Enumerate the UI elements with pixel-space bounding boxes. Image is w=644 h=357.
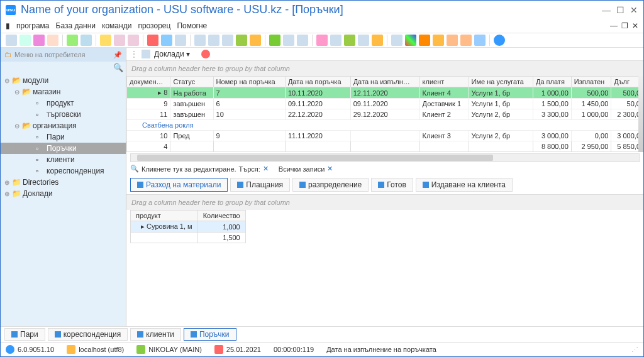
tree-node[interactable]: ⊖📂организация — [1, 120, 126, 131]
menu-item[interactable]: прозорец — [138, 21, 170, 30]
column-header[interactable]: Дата на поръчка — [285, 77, 350, 87]
detail-tab[interactable]: Плащания — [230, 178, 290, 192]
column-header[interactable]: Изплатен — [571, 77, 611, 87]
info-icon[interactable] — [494, 35, 505, 46]
tool-icon[interactable] — [114, 35, 125, 46]
tool-icon[interactable] — [47, 35, 58, 46]
detail-tab[interactable]: разпределение — [292, 178, 369, 192]
materials-grid[interactable]: продукт Количество ▸ Суровина 1, м 1,000… — [130, 210, 246, 243]
document-tab[interactable]: Поръчки — [184, 328, 236, 341]
tree-node[interactable]: ⊖📂магазин — [1, 86, 126, 97]
tool-icon[interactable] — [128, 35, 139, 46]
filter-all-records[interactable]: Всички записи — [279, 165, 325, 173]
pin-icon[interactable]: 📌 — [113, 51, 122, 59]
search-icon[interactable] — [80, 35, 92, 46]
document-tab[interactable]: клиенти — [130, 328, 181, 341]
horizontal-scrollbar[interactable] — [130, 153, 640, 162]
excel-icon[interactable] — [269, 35, 280, 46]
table-row[interactable]: 10Пред911.11.2020Клиент 3Услуги 2, бр3 0… — [127, 131, 643, 141]
tool-icon[interactable] — [283, 35, 294, 46]
tool-icon[interactable] — [297, 35, 308, 46]
report-icon[interactable] — [142, 50, 150, 58]
detail-tab[interactable]: Издаване на клиента — [416, 178, 513, 192]
user-icon[interactable] — [447, 35, 458, 46]
add-icon[interactable] — [236, 35, 247, 46]
mdi-minimize-button[interactable]: — — [610, 21, 618, 30]
tool-icon[interactable] — [6, 35, 17, 46]
filter-edit-hint[interactable]: Кликнете тук за редактиране. — [142, 165, 236, 173]
menu-item[interactable]: команди — [102, 21, 131, 30]
filter-search-label: Търся: — [239, 165, 260, 173]
tool-icon[interactable] — [194, 35, 206, 46]
detail-tab[interactable]: Разход на материали — [130, 178, 228, 192]
tool-icon[interactable] — [344, 35, 355, 46]
image-icon[interactable] — [161, 35, 172, 46]
resize-grip-icon[interactable]: ⋰ — [631, 346, 638, 354]
tree-node[interactable]: ▫кореспонденция — [1, 165, 126, 177]
trophy-icon[interactable] — [100, 35, 111, 46]
column-header[interactable]: докумен… — [127, 77, 170, 87]
tree-node[interactable]: ▫продукт — [1, 97, 126, 109]
document-tab[interactable]: Пари — [4, 328, 45, 341]
palette-icon[interactable] — [405, 35, 416, 46]
column-header[interactable]: Дата на изпълн… — [350, 77, 419, 87]
table-row[interactable]: 11завършен1022.12.202029.12.2020Клиент 2… — [127, 109, 643, 120]
column-header[interactable]: Дълг — [611, 77, 643, 87]
tree-node[interactable]: ⊖📂модули — [1, 75, 126, 86]
search-icon[interactable]: 🔍 — [113, 63, 123, 72]
note-icon[interactable] — [250, 35, 261, 46]
clear-filter-icon[interactable]: ✕ — [327, 165, 333, 173]
gear-icon[interactable] — [391, 35, 402, 46]
col-quantity[interactable]: Количество — [197, 211, 245, 221]
tool-icon[interactable] — [175, 35, 186, 46]
minimize-button[interactable]: — — [602, 6, 611, 14]
maximize-button[interactable]: ☐ — [616, 6, 625, 14]
tree-node[interactable]: ▫Пари — [1, 131, 126, 143]
lock-icon[interactable] — [433, 35, 444, 46]
clear-search-icon[interactable]: ✕ — [263, 165, 269, 173]
tree-node[interactable]: ⊕📁Доклади — [1, 188, 126, 199]
tool-icon[interactable] — [208, 35, 219, 46]
users-icon[interactable] — [460, 35, 472, 46]
status-user: NIKOLAY (MAIN) — [148, 346, 202, 353]
reports-dropdown[interactable]: Доклади ▾ — [154, 50, 190, 58]
tree-node[interactable]: ▫търговски — [1, 109, 126, 120]
document-tab[interactable]: кореспонденция — [48, 328, 128, 341]
tool-icon[interactable] — [222, 35, 233, 46]
orders-grid[interactable]: докумен…СтатусНомер на поръчкаДата на по… — [126, 76, 643, 152]
column-header[interactable]: Номер на поръчка — [213, 77, 285, 87]
menu-item[interactable]: Помогне — [177, 21, 207, 30]
group-row[interactable]: Сватбена рокля — [127, 120, 643, 131]
column-header[interactable]: Статус — [170, 77, 213, 87]
detail-tab[interactable]: Готов — [371, 178, 413, 192]
column-header[interactable]: Име на услугата — [469, 77, 533, 87]
mdi-close-button[interactable]: ✕ — [632, 21, 638, 30]
wand-icon[interactable] — [474, 35, 486, 46]
subgrid-group-by-bar[interactable]: Drag a column header here to group by th… — [126, 195, 643, 210]
tree-node[interactable]: ▫клиенти — [1, 154, 126, 165]
stop-icon[interactable] — [201, 50, 210, 58]
star-icon[interactable] — [316, 35, 328, 46]
column-header[interactable]: клиент — [419, 77, 469, 87]
feed-icon[interactable] — [419, 35, 430, 46]
close-button[interactable]: ✕ — [630, 6, 638, 14]
refresh-icon[interactable] — [67, 35, 78, 46]
tool-icon[interactable] — [330, 35, 341, 46]
flag-icon[interactable] — [147, 35, 158, 46]
tree-node[interactable]: ⊕📁Directories — [1, 177, 126, 188]
table-row[interactable]: 9завършен609.11.202009.11.2020Доставчик … — [127, 99, 643, 109]
handle-icon[interactable]: ⋮ — [130, 50, 138, 58]
table-row[interactable]: ▸ 8На работа710.11.202012.11.2020Клиент … — [127, 87, 643, 99]
menu-item[interactable]: програма — [16, 21, 50, 30]
mdi-restore-button[interactable]: ❐ — [621, 21, 628, 30]
pin-icon[interactable] — [372, 35, 383, 46]
tool-icon[interactable] — [358, 35, 369, 46]
tool-icon[interactable] — [19, 35, 31, 46]
tree-node[interactable]: ▫Поръчки — [1, 143, 126, 154]
column-header[interactable]: Да платя — [533, 77, 571, 87]
group-by-bar[interactable]: Drag a column header here to group by th… — [126, 61, 643, 76]
col-product[interactable]: продукт — [131, 211, 198, 221]
tool-icon[interactable] — [33, 35, 45, 46]
sidebar: 🗀 Меню на потребителя 📌 🔍 ⊖📂модули⊖📂мага… — [1, 48, 126, 326]
menu-item[interactable]: База данни — [56, 21, 96, 30]
